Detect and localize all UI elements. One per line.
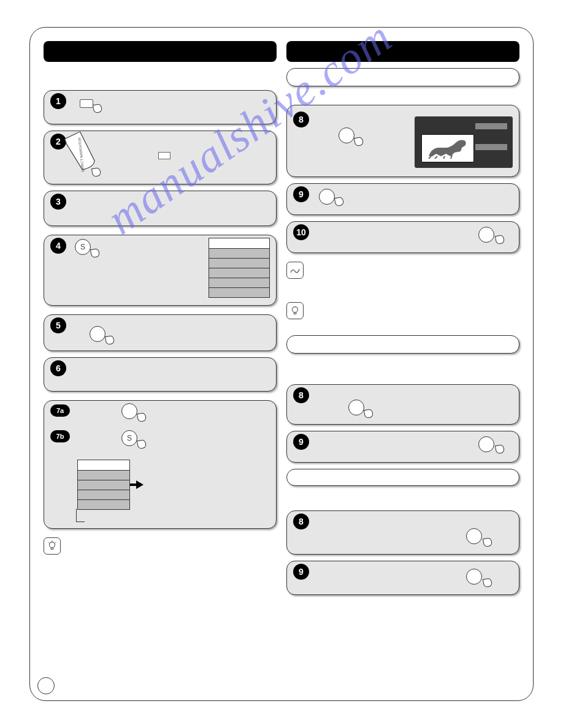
svg-line-9 — [55, 542, 56, 544]
svg-rect-7 — [51, 548, 53, 550]
page-frame: manualshive.com 1 2 DIRECT — [29, 27, 534, 701]
small-indicator-icon — [158, 152, 170, 159]
left-section-header — [44, 41, 277, 62]
step-6: 6 — [44, 357, 277, 392]
hand-cursor-icon — [481, 578, 493, 590]
step-10-badge: 10 — [293, 224, 309, 240]
submenu-list-icon — [77, 460, 130, 510]
connector-leg-icon — [76, 521, 85, 522]
step-1: 1 — [44, 90, 277, 124]
crop-mark-bl — [0, 720, 8, 728]
step-8c-badge: 8 — [293, 514, 309, 529]
round-button-icon — [478, 436, 494, 452]
step-8-badge: 8 — [293, 112, 309, 127]
right-column: 8 — [286, 41, 519, 689]
connector-line-icon — [76, 509, 77, 522]
step-9c-badge: 9 — [293, 564, 309, 580]
hand-cursor-icon — [362, 409, 374, 420]
hand-cursor-icon — [352, 137, 364, 148]
step-5-badge: 5 — [50, 317, 66, 333]
lightbulb-hint-icon — [44, 537, 61, 555]
crop-mark-tr — [555, 0, 563, 8]
dinosaur-icon — [426, 138, 469, 159]
step-9b-badge: 9 — [293, 434, 309, 450]
svg-point-6 — [50, 542, 55, 548]
step-9a: 9 — [286, 183, 519, 215]
sub-heading-box-1 — [286, 68, 519, 86]
hand-cursor-icon — [91, 104, 103, 115]
svg-point-11 — [293, 307, 298, 313]
step-4-badge: 4 — [50, 238, 66, 254]
step-10: 10 — [286, 221, 519, 253]
crop-mark-tl — [0, 0, 8, 8]
sub-heading-box-3 — [286, 469, 519, 486]
step-7a-badge: 7a — [50, 404, 70, 417]
hand-cursor-icon — [135, 440, 147, 451]
hand-cursor-icon — [88, 249, 101, 260]
step-3: 3 — [44, 191, 277, 226]
svg-line-8 — [48, 542, 50, 544]
round-button-icon — [478, 227, 494, 243]
step-5: 5 — [44, 314, 277, 351]
step-8b-badge: 8 — [293, 387, 309, 403]
hand-cursor-icon — [103, 336, 115, 347]
step-8b: 8 — [286, 384, 519, 425]
hand-cursor-icon — [481, 538, 493, 549]
step-9c: 9 — [286, 561, 519, 595]
step-8-preview: 8 — [286, 105, 519, 177]
round-button-icon — [466, 528, 482, 544]
left-column: 1 2 DIRECT NAVIGATOR — [44, 41, 277, 689]
hand-cursor-icon — [90, 168, 102, 179]
hand-cursor-icon — [493, 235, 505, 246]
step-4: 4 — [44, 235, 277, 306]
crop-mark-br — [555, 720, 563, 728]
round-button-icon — [466, 569, 482, 585]
step-8c: 8 — [286, 510, 519, 555]
step-3-badge: 3 — [50, 194, 66, 210]
tv-thumbnail-icon — [415, 116, 513, 168]
lightbulb-hint-icon — [286, 302, 304, 319]
step-7b-badge: 7b — [50, 430, 70, 442]
wave-hint-icon — [286, 262, 304, 279]
hand-cursor-icon — [135, 413, 147, 424]
arrow-right-icon — [136, 480, 144, 489]
step-7: 7a 7b — [44, 400, 277, 529]
hand-cursor-icon — [332, 197, 345, 208]
step-1-badge: 1 — [50, 93, 66, 109]
hand-cursor-icon — [493, 445, 505, 456]
right-section-header — [286, 41, 519, 62]
menu-list-icon — [209, 238, 270, 298]
step-2: 2 DIRECT NAVIGATOR — [44, 131, 277, 184]
step-9-badge: 9 — [293, 186, 309, 202]
sub-heading-box-2 — [286, 335, 519, 354]
svg-rect-12 — [294, 313, 296, 314]
step-9b: 9 — [286, 431, 519, 463]
step-6-badge: 6 — [50, 360, 66, 376]
page-number-circle — [37, 677, 55, 694]
